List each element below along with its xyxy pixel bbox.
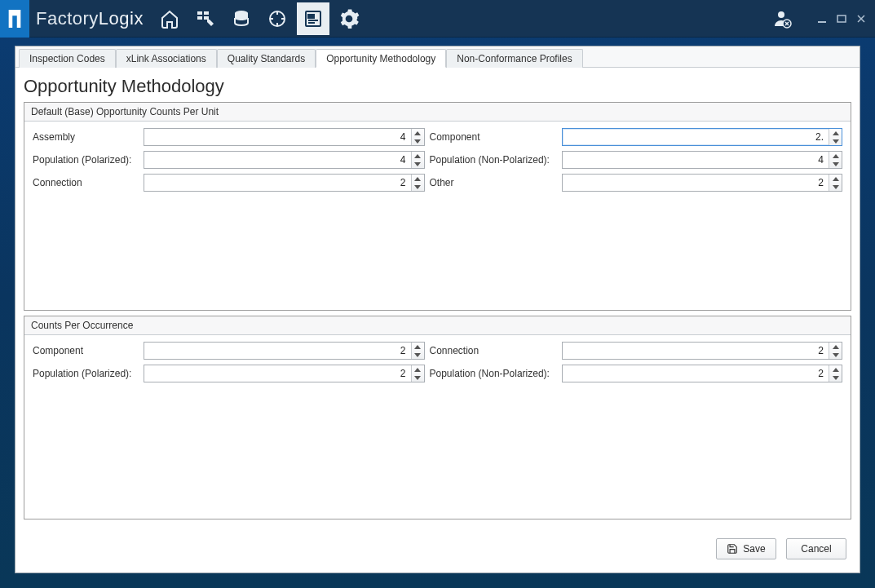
maximize-icon[interactable] [833,10,851,28]
chevron-up-icon [412,343,424,351]
grid-edit-icon[interactable] [189,2,222,35]
label-occ-pop-nonpolarized: Population (Non-Polarized): [430,368,557,379]
svg-rect-0 [197,11,202,15]
chevron-down-icon [412,137,424,145]
toolbar [153,2,365,35]
input-pop-polarized-field[interactable] [144,152,411,168]
chevron-down-icon [412,183,424,191]
templates-icon[interactable] [297,2,329,35]
svg-point-10 [778,11,784,18]
spinner-arrows[interactable] [829,343,842,359]
label-component: Component [430,131,557,143]
input-assembly[interactable] [144,128,425,146]
chevron-up-icon [412,152,424,160]
input-other[interactable] [562,174,843,192]
tab-xlink-associations[interactable]: xLink Associations [116,49,217,68]
label-pop-nonpolarized: Population (Non-Polarized): [430,154,557,166]
spinner-arrows[interactable] [829,152,842,168]
chevron-down-icon [829,160,842,168]
save-button[interactable]: Save [716,538,776,559]
brand-text: FactoryLogix [36,8,144,29]
settings-gear-icon[interactable] [333,2,365,35]
chevron-down-icon [829,183,842,191]
svg-rect-12 [818,21,826,23]
input-assembly-field[interactable] [144,129,411,145]
label-pop-polarized: Population (Polarized): [33,154,139,166]
svg-rect-13 [837,15,846,22]
input-occ-pop-nonpolarized[interactable] [562,365,843,382]
chevron-up-icon [829,343,842,351]
spinner-arrows[interactable] [411,175,424,191]
titlebar: FactoryLogix [0,0,875,38]
svg-rect-3 [204,16,209,20]
home-icon[interactable] [153,2,186,35]
input-occ-pop-polarized[interactable] [144,365,425,382]
tab-opportunity-methodology[interactable]: Opportunity Methodology [316,49,446,68]
label-occ-pop-polarized: Population (Polarized): [33,368,139,379]
chevron-up-icon [412,365,424,374]
chevron-up-icon [829,152,842,160]
chevron-up-icon [412,129,424,137]
input-connection[interactable] [144,174,425,192]
target-icon[interactable] [261,2,294,35]
svg-rect-7 [308,15,314,18]
database-icon[interactable] [225,2,258,35]
label-occ-component: Component [33,345,139,356]
tab-inspection-codes[interactable]: Inspection Codes [19,49,116,68]
spinner-arrows[interactable] [829,129,842,145]
spinner-arrows[interactable] [829,175,842,191]
label-assembly: Assembly [33,131,139,143]
input-occ-connection-field[interactable] [563,343,829,359]
spinner-arrows[interactable] [411,365,424,382]
group-occurrence-header: Counts Per Occurrence [24,316,851,335]
app-logo [0,0,29,38]
spinner-arrows[interactable] [411,343,424,359]
label-other: Other [430,177,557,188]
label-connection: Connection [33,177,139,188]
svg-rect-2 [197,16,202,20]
input-pop-polarized[interactable] [144,151,425,169]
chevron-down-icon [829,137,842,145]
tabstrip: Inspection Codes xLink Associations Qual… [15,46,860,68]
user-account-icon[interactable] [766,2,798,35]
input-connection-field[interactable] [144,175,411,191]
footer-actions: Save Cancel [24,532,851,564]
close-icon[interactable] [852,10,870,28]
cancel-button-label: Cancel [801,543,831,555]
input-component-field[interactable] [563,129,829,145]
tab-non-conformance-profiles[interactable]: Non-Conformance Profiles [446,49,582,68]
chevron-up-icon [412,175,424,183]
label-occ-connection: Connection [430,345,557,356]
group-base-counts: Default (Base) Opportunity Counts Per Un… [24,102,851,311]
tab-quality-standards[interactable]: Quality Standards [217,49,316,68]
page-title: Opportunity Methodology [24,76,851,97]
minimize-icon[interactable] [813,10,831,28]
spinner-arrows[interactable] [411,152,424,168]
chevron-down-icon [829,351,842,359]
spinner-arrows[interactable] [411,129,424,145]
spinner-arrows[interactable] [829,365,842,382]
chevron-down-icon [412,351,424,359]
input-occ-pop-polarized-field[interactable] [144,365,411,382]
chevron-down-icon [829,374,842,382]
chevron-up-icon [829,175,842,183]
chevron-down-icon [412,374,424,382]
main-panel: Inspection Codes xLink Associations Qual… [15,46,860,573]
svg-rect-1 [204,11,209,15]
input-occ-pop-nonpolarized-field[interactable] [563,365,829,382]
input-component[interactable] [562,128,843,146]
chevron-up-icon [829,365,842,374]
input-occ-component-field[interactable] [144,343,411,359]
input-pop-nonpolarized-field[interactable] [563,152,829,168]
chevron-up-icon [829,129,842,137]
chevron-down-icon [412,160,424,168]
group-occurrence-counts: Counts Per Occurrence Component Connecti… [24,316,851,519]
input-occ-component[interactable] [144,342,425,360]
save-button-label: Save [743,543,765,555]
cancel-button[interactable]: Cancel [786,538,846,559]
input-pop-nonpolarized[interactable] [562,151,843,169]
input-other-field[interactable] [563,175,829,191]
group-base-header: Default (Base) Opportunity Counts Per Un… [24,103,851,122]
input-occ-connection[interactable] [562,342,843,360]
save-icon [727,543,738,555]
